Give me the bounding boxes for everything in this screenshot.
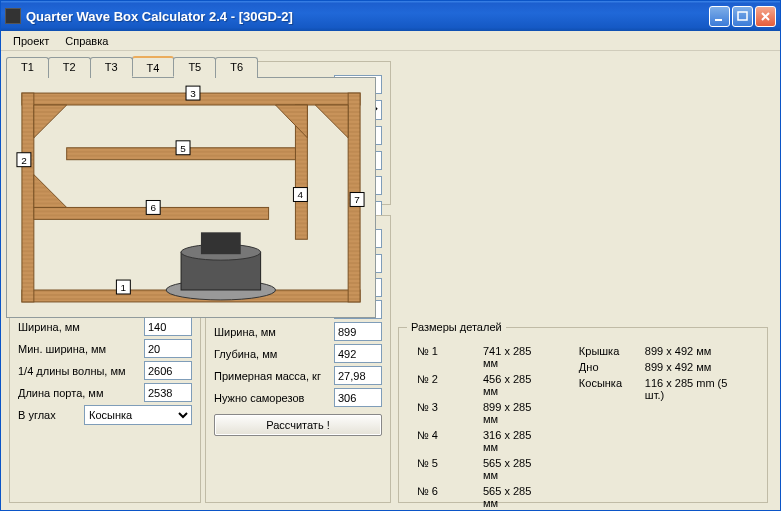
svg-text:6: 6 xyxy=(150,202,156,213)
label-qwave: 1/4 длины волны, мм xyxy=(18,365,140,377)
legend-sizes: Размеры деталей xyxy=(407,321,506,333)
titlebar[interactable]: Quarter Wave Box Calculator 2.4 - [30GD-… xyxy=(1,1,780,31)
svg-text:3: 3 xyxy=(190,88,196,99)
tab-body: 1 2 3 4 5 6 7 xyxy=(6,77,376,318)
menu-project[interactable]: Проект xyxy=(5,33,57,49)
calculate-button[interactable]: Рассчитать ! xyxy=(214,414,382,436)
label-minw: Мин. ширина, мм xyxy=(18,343,140,355)
svg-text:1: 1 xyxy=(121,282,127,293)
input-mass[interactable] xyxy=(334,366,382,385)
svg-rect-24 xyxy=(22,93,34,302)
svg-text:2: 2 xyxy=(21,155,27,166)
label-screws: Нужно саморезов xyxy=(214,392,330,404)
svg-text:7: 7 xyxy=(354,194,360,205)
tab-t3[interactable]: T3 xyxy=(90,57,133,78)
minimize-button[interactable] xyxy=(709,6,730,27)
app-window: Quarter Wave Box Calculator 2.4 - [30GD-… xyxy=(0,0,781,511)
tab-t6[interactable]: T6 xyxy=(215,57,258,78)
menu-help[interactable]: Справка xyxy=(57,33,116,49)
window-title: Quarter Wave Box Calculator 2.4 - [30GD-… xyxy=(26,9,707,24)
client-area: Динамик Dкорз. xyxy=(1,51,780,510)
group-sizes: Размеры деталей № 1741 x 285 мм № 2456 x… xyxy=(398,321,768,503)
label-bwidth: Ширина, мм xyxy=(214,326,330,338)
tab-t1[interactable]: T1 xyxy=(6,57,49,78)
svg-rect-0 xyxy=(715,19,722,21)
tabs-panel: T1 T2 T3 T4 T5 T6 xyxy=(6,56,376,319)
input-screws[interactable] xyxy=(334,388,382,407)
svg-text:4: 4 xyxy=(298,189,304,200)
box-diagram: 1 2 3 4 5 6 7 xyxy=(7,78,375,317)
tabs-head: T1 T2 T3 T4 T5 T6 xyxy=(6,56,376,77)
input-plen[interactable] xyxy=(144,383,192,402)
svg-text:5: 5 xyxy=(180,143,186,154)
tab-t2[interactable]: T2 xyxy=(48,57,91,78)
tab-t4[interactable]: T4 xyxy=(132,56,175,77)
sizes-col-left: № 1741 x 285 мм № 2456 x 285 мм № 3899 x… xyxy=(417,345,549,511)
input-bwidth[interactable] xyxy=(334,322,382,341)
input-pwidth[interactable] xyxy=(144,317,192,336)
label-mass: Примерная масса, кг xyxy=(214,370,330,382)
label-plen: Длина порта, мм xyxy=(18,387,140,399)
tab-t5[interactable]: T5 xyxy=(173,57,216,78)
label-pwidth: Ширина, мм xyxy=(18,321,140,333)
input-minw[interactable] xyxy=(144,339,192,358)
svg-rect-1 xyxy=(738,12,747,20)
input-depth[interactable] xyxy=(334,344,382,363)
menubar: Проект Справка xyxy=(1,31,780,51)
svg-rect-32 xyxy=(201,232,241,254)
label-corner: В углах xyxy=(18,409,80,421)
app-icon xyxy=(5,8,21,24)
input-qwave[interactable] xyxy=(144,361,192,380)
select-corner[interactable]: Косынка xyxy=(84,405,192,425)
close-button[interactable] xyxy=(755,6,776,27)
sizes-col-right: Крышка899 x 492 мм Дно899 x 492 мм Косын… xyxy=(579,345,749,511)
maximize-button[interactable] xyxy=(732,6,753,27)
label-depth: Глубина, мм xyxy=(214,348,330,360)
